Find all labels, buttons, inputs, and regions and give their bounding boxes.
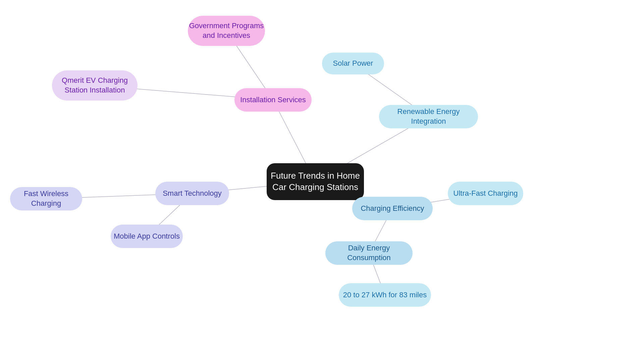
center-node[interactable]: Future Trends in Home Car Charging Stati…	[267, 163, 364, 200]
daily-energy-node[interactable]: Daily Energy Consumption	[325, 241, 413, 265]
charging-efficiency-label: Charging Efficiency	[361, 204, 424, 214]
renewable-energy-label: Renewable Energy Integration	[379, 107, 478, 126]
qmerit-label: Qmerit EV Charging Station Installation	[52, 76, 138, 95]
solar-power-node[interactable]: Solar Power	[322, 53, 384, 74]
ultra-fast-node[interactable]: Ultra-Fast Charging	[448, 182, 523, 205]
fast-wireless-node[interactable]: Fast Wireless Charging	[10, 187, 82, 210]
government-programs-node[interactable]: Government Programs and Incentives	[188, 16, 265, 46]
kwh-label: 20 to 27 kWh for 83 miles	[343, 290, 427, 300]
fast-wireless-label: Fast Wireless Charging	[10, 189, 82, 208]
charging-efficiency-node[interactable]: Charging Efficiency	[352, 197, 433, 220]
smart-technology-label: Smart Technology	[163, 189, 222, 198]
government-programs-label: Government Programs and Incentives	[188, 21, 265, 40]
smart-technology-node[interactable]: Smart Technology	[155, 182, 229, 205]
renewable-energy-node[interactable]: Renewable Energy Integration	[379, 105, 478, 128]
installation-services-node[interactable]: Installation Services	[234, 88, 312, 112]
solar-power-label: Solar Power	[333, 59, 373, 68]
center-label: Future Trends in Home Car Charging Stati…	[267, 170, 364, 193]
installation-services-label: Installation Services	[240, 95, 306, 105]
qmerit-node[interactable]: Qmerit EV Charging Station Installation	[52, 70, 138, 101]
ultra-fast-label: Ultra-Fast Charging	[453, 189, 518, 198]
daily-energy-label: Daily Energy Consumption	[325, 243, 413, 262]
kwh-node[interactable]: 20 to 27 kWh for 83 miles	[339, 283, 431, 307]
mobile-app-label: Mobile App Controls	[114, 232, 180, 241]
mobile-app-node[interactable]: Mobile App Controls	[111, 225, 183, 248]
